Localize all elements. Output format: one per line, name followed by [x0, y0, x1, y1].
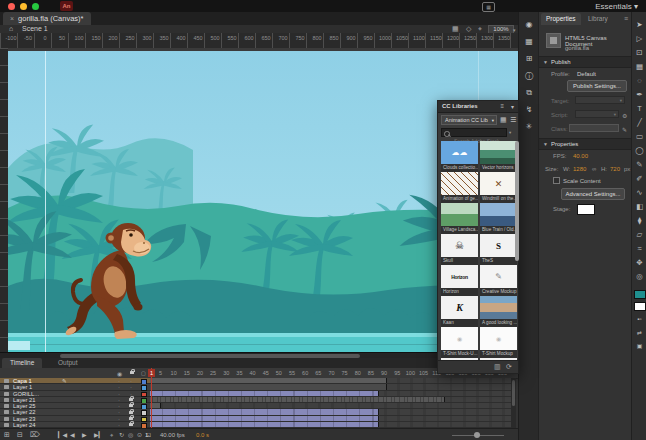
frame-span[interactable] — [150, 391, 379, 396]
default-colors-icon[interactable]: ▪▫ — [632, 316, 646, 322]
onion-outline-icon[interactable]: ⊙ — [137, 429, 142, 440]
cc-panel-scrollbar[interactable] — [515, 141, 519, 261]
visibility-toggle[interactable]: · — [118, 409, 120, 415]
library-item[interactable]: Vector horizons — [480, 141, 517, 172]
edit-scene-icon[interactable]: ▦ — [452, 25, 459, 33]
tab-output[interactable]: Output — [50, 358, 86, 368]
visibility-column-icon[interactable]: ◉ — [117, 370, 122, 377]
publish-section-header[interactable]: ▼Publish — [539, 56, 632, 68]
class-input[interactable] — [569, 124, 619, 132]
frame-span[interactable] — [150, 409, 379, 414]
eraser-tool[interactable]: ▱ — [632, 230, 646, 239]
lasso-tool[interactable]: ◌ — [632, 76, 646, 85]
library-item[interactable]: ◉T-Shirt Mockup — [480, 327, 517, 358]
gradient-transform-tool[interactable]: ▦ — [632, 62, 646, 71]
library-item[interactable]: Village Landsca... — [441, 203, 478, 234]
script-select[interactable]: ▾ — [575, 110, 619, 118]
onion-skin-icon[interactable]: ◎ — [128, 429, 133, 440]
tab-close-icon[interactable]: × — [10, 15, 14, 22]
library-item[interactable]: KKaan — [441, 296, 478, 327]
step-forward-button[interactable]: ▶▎ — [94, 429, 103, 440]
lock-toggle[interactable]: · — [130, 384, 132, 390]
playhead[interactable] — [151, 368, 152, 428]
eyedropper-tool[interactable]: ⧫ — [632, 216, 646, 225]
scale-content-checkbox[interactable] — [553, 177, 560, 184]
center-frame-icon[interactable]: ⌖ — [110, 429, 113, 440]
width-value[interactable]: 1280 — [573, 166, 586, 172]
new-folder-button[interactable]: ⊟ — [17, 429, 23, 440]
info-panel-icon[interactable]: ⓘ — [519, 71, 539, 82]
play-reverse-button[interactable]: ◀ — [70, 429, 75, 440]
delete-layer-button[interactable]: ⌦ — [30, 429, 40, 440]
fps-value[interactable]: 40.00 — [573, 153, 588, 159]
search-field[interactable] — [441, 128, 507, 137]
frame-span[interactable] — [150, 384, 387, 389]
text-tool[interactable]: T — [632, 104, 646, 113]
library-item[interactable]: HorizonHorizon — [441, 265, 478, 296]
free-transform-tool[interactable]: ⊡ — [632, 48, 646, 57]
stage-color-swatch[interactable] — [577, 204, 595, 215]
frame-span[interactable] — [150, 422, 379, 427]
lock-column-icon[interactable] — [130, 371, 134, 374]
lock-icon[interactable] — [129, 417, 133, 420]
play-button[interactable]: ▶ — [82, 429, 87, 440]
center-stage-icon[interactable]: ⌖ — [478, 25, 482, 33]
lock-icon[interactable] — [129, 404, 133, 407]
new-layer-button[interactable]: ⊞ — [4, 429, 10, 440]
tab-timeline[interactable]: Timeline — [2, 358, 42, 368]
library-item[interactable]: STheS — [480, 234, 517, 265]
visibility-toggle[interactable]: · — [118, 384, 120, 390]
close-window-button[interactable] — [8, 3, 15, 10]
advanced-settings-button[interactable]: Advanced Settings... — [561, 188, 625, 200]
publish-settings-button[interactable]: Publish Settings... — [567, 80, 627, 92]
panel-menu-icon[interactable]: ≡ — [624, 15, 628, 22]
visibility-toggle[interactable]: · — [118, 403, 120, 409]
library-item[interactable]: Animation of ge... — [441, 172, 478, 203]
width-tool[interactable]: ≈ — [632, 244, 646, 253]
outline-column-icon[interactable]: ▢ — [141, 370, 146, 376]
fill-color-swatch[interactable] — [634, 302, 646, 311]
panel-menu-icon[interactable]: ≡ — [500, 103, 504, 109]
align-panel-icon[interactable]: ⊞ — [519, 54, 539, 63]
search-dropdown-icon[interactable]: ▾ — [509, 130, 511, 135]
visibility-toggle[interactable]: · — [118, 416, 120, 422]
library-item[interactable]: ✕Windmill on the... — [480, 172, 517, 203]
edit-symbols-icon[interactable]: ◇ — [466, 25, 471, 33]
color-panel-icon[interactable]: ◉ — [519, 20, 539, 29]
library-item[interactable]: A good looking ... — [480, 296, 517, 327]
workspace-switcher[interactable]: Essentials ▾ — [595, 2, 638, 11]
visibility-toggle[interactable]: · — [118, 378, 120, 384]
frame-span[interactable] — [150, 397, 445, 402]
tab-properties[interactable]: Properties — [541, 13, 581, 25]
camera-icon[interactable]: ▣ — [632, 342, 646, 349]
hand-tool[interactable]: ✥ — [632, 258, 646, 267]
bone-tool[interactable]: ∿ — [632, 188, 646, 197]
visibility-toggle[interactable]: · — [118, 397, 120, 403]
timeline-vertical-scrollbar[interactable] — [511, 378, 516, 428]
transform-panel-icon[interactable]: ⧉ — [519, 88, 539, 98]
rectangle-tool[interactable]: ▭ — [632, 132, 646, 141]
properties-section-header[interactable]: ▼Properties — [539, 138, 632, 150]
playhead-frame-marker[interactable]: 1 — [148, 369, 155, 377]
paint-bucket-tool[interactable]: ◧ — [632, 202, 646, 211]
cc-libraries-header[interactable]: CC Libraries ≡ ▾ — [438, 101, 518, 113]
script-settings-icon[interactable]: ⚙ — [622, 112, 627, 119]
code-snippets-icon[interactable]: ↯ — [519, 105, 539, 114]
settings-panel-icon[interactable]: ✳ — [519, 122, 539, 131]
subselection-tool[interactable]: ▷ — [632, 34, 646, 43]
timeline-zoom-slider[interactable] — [452, 435, 504, 436]
swap-colors-icon[interactable]: ⇄ — [632, 329, 646, 336]
back-to-scene-icon[interactable]: ⌂ — [9, 25, 13, 33]
delete-item-icon[interactable]: ▥ — [494, 361, 501, 373]
sync-status-icon[interactable]: ⟳ — [506, 361, 512, 373]
document-tab[interactable]: ×gorilla.fla (Canvas)* — [3, 12, 91, 25]
library-item[interactable]: Blue Train / Old... — [480, 203, 517, 234]
panel-collapse-icon[interactable]: ▾ — [511, 103, 514, 110]
library-item[interactable]: ✎Creative Mockup — [480, 265, 517, 296]
vertical-guide[interactable] — [45, 51, 46, 352]
lock-icon[interactable] — [129, 423, 133, 426]
scrollbar-thumb[interactable] — [512, 380, 515, 406]
library-item[interactable]: ☁☁Clouds collectio... — [441, 141, 478, 172]
zoom-window-button[interactable] — [32, 3, 39, 10]
list-view-icon[interactable]: ☰ — [510, 116, 516, 124]
